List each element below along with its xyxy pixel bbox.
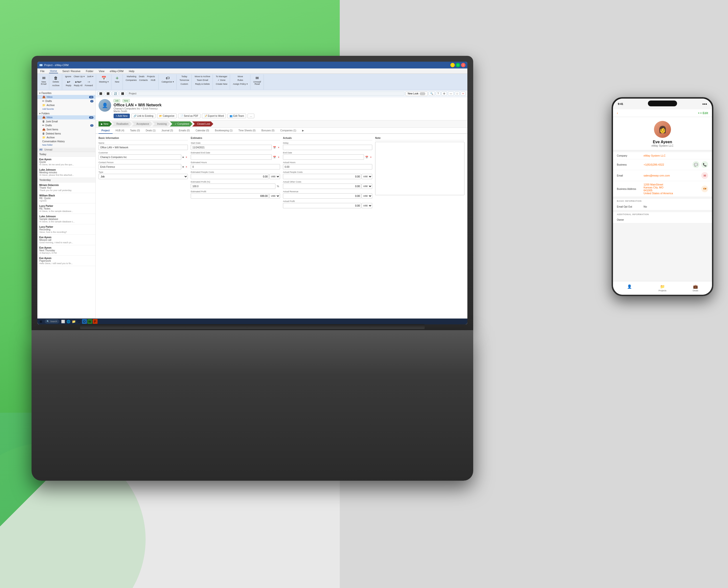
email-action-icon[interactable]: ✉: [701, 172, 708, 179]
sidebar-item-deleted[interactable]: 🗑 Deleted Items: [37, 131, 95, 135]
crm-refresh[interactable]: 🔄: [112, 91, 119, 96]
categorize-btn[interactable]: 📂 Categorize: [157, 113, 177, 118]
sidebar-item-inbox[interactable]: 📥 Inbox 18: [37, 115, 95, 120]
pipeline-stage-realisation[interactable]: Realisation: [112, 121, 132, 126]
start-button[interactable]: ⊞: [38, 319, 43, 324]
toggle-switch[interactable]: [420, 92, 425, 95]
customer-clear-btn[interactable]: ×: [185, 156, 188, 159]
ribbon-btn-ignore[interactable]: Ignore: [64, 75, 72, 79]
pipeline-stage-invoicing[interactable]: Invoicing: [152, 121, 170, 126]
taskbar-multiview[interactable]: ⬜: [61, 319, 66, 324]
ribbon-btn-junk[interactable]: Junk ▾: [86, 75, 95, 79]
tab-hub[interactable]: HUB (4): [113, 128, 127, 134]
ribbon-btn-done[interactable]: ✓ Done: [217, 79, 227, 82]
sidebar-item-drafts-fav[interactable]: ✏ Drafts 3: [37, 99, 95, 103]
tab-deals[interactable]: Deals (1): [143, 128, 159, 134]
crm-nav-back[interactable]: ⬛: [98, 91, 104, 96]
ribbon-btn-reply-all[interactable]: ↩↩ Reply All: [73, 79, 84, 87]
ribbon-btn-new-eway[interactable]: + New: [113, 75, 121, 84]
list-item[interactable]: Eve Ayeen Next Thursday At Barney's, 8 P…: [37, 245, 95, 256]
minimize-button[interactable]: −: [450, 63, 455, 67]
ribbon-btn-assign-policy[interactable]: Assign Policy ▾: [232, 83, 249, 86]
crm-close[interactable]: ×: [461, 91, 466, 96]
taskbar-browser[interactable]: 🌐: [66, 319, 71, 324]
unread-tab[interactable]: Unread: [44, 148, 52, 151]
actual-people-costs-input[interactable]: [283, 174, 361, 179]
end-date-input[interactable]: [283, 154, 364, 160]
ribbon-btn-reply-delete[interactable]: Reply & Delete: [194, 83, 211, 86]
crm-search-icon[interactable]: 🔍: [429, 91, 435, 96]
close-button[interactable]: ×: [461, 63, 466, 67]
pipeline-stage-closed-lost[interactable]: Closed Lost: [192, 121, 213, 126]
taskbar-explorer[interactable]: 📁: [71, 319, 76, 324]
menu-home[interactable]: Home: [49, 69, 58, 73]
ribbon-btn-tomorrow[interactable]: Tomorrow: [178, 79, 190, 82]
map-icon[interactable]: 🗺: [701, 186, 708, 192]
sidebar-item-archive-fav[interactable]: 📁 Archive: [37, 103, 95, 107]
end-date-clear-btn[interactable]: ×: [369, 156, 372, 159]
ribbon-btn-forward[interactable]: → Forward: [84, 79, 94, 87]
export-word-btn[interactable]: 📝 Export to Word: [202, 113, 226, 118]
crm-help-btn[interactable]: ?: [436, 91, 441, 96]
ribbon-btn-rules[interactable]: Rules: [236, 79, 244, 82]
tab-more[interactable]: ▶: [299, 128, 307, 134]
actual-revenue-input[interactable]: [283, 193, 361, 198]
phone-bottom-tab-projects[interactable]: 📁 Projects: [646, 283, 679, 293]
add-new-btn[interactable]: + Add New: [113, 113, 130, 118]
ribbon-btn-to-manager[interactable]: To Manager: [215, 75, 228, 79]
menu-folder[interactable]: Folder: [85, 69, 94, 73]
list-item[interactable]: Luke Johnson Meeting minutes Hi Steve, p…: [37, 167, 95, 178]
all-tab[interactable]: All: [39, 148, 42, 151]
est-end-clear-btn[interactable]: ×: [277, 156, 280, 159]
type-select[interactable]: Job Service Product: [99, 174, 188, 179]
ribbon-btn-move-archive[interactable]: Move to Archive: [194, 75, 211, 79]
ribbon-btn-delete[interactable]: 🗑 Delete: [52, 75, 60, 84]
ribbon-btn-cleanup[interactable]: Clean Up ▾: [73, 75, 86, 79]
list-item[interactable]: Lucy Parker RE: Notes Hi Steve, is the s…: [37, 204, 95, 214]
list-item[interactable]: Lucy Parker Recording Steve, how is the …: [37, 224, 95, 235]
est-hours-input[interactable]: [191, 164, 280, 169]
customer-dropdown-btn[interactable]: ▾: [182, 156, 185, 159]
more-actions-btn[interactable]: …: [248, 113, 254, 118]
sidebar-item-drafts[interactable]: ✏ Drafts 3: [37, 123, 95, 127]
ribbon-btn-archive[interactable]: Archive: [51, 84, 60, 87]
list-item[interactable]: Luke Johnson Sample database Hi Steve, i…: [37, 214, 95, 224]
delay-input[interactable]: [283, 145, 372, 150]
link-existing-btn[interactable]: 🔗 Link to Existing: [131, 113, 155, 118]
end-date-calendar-icon[interactable]: 📅: [364, 156, 369, 159]
ribbon-btn-projects[interactable]: Projects: [146, 75, 156, 79]
menu-view[interactable]: View: [98, 69, 106, 73]
ribbon-btn-new-email[interactable]: ✉ NewEmail: [40, 75, 47, 86]
crm-nav-icon4[interactable]: ⬛: [120, 91, 126, 96]
ribbon-btn-custom[interactable]: Custom: [179, 83, 189, 86]
tab-bookkeeping[interactable]: Bookkeeping (1): [212, 128, 236, 134]
sidebar-item-conv-history[interactable]: Conversation History: [37, 140, 95, 143]
list-item[interactable]: Eve Ayeen Paperwork Hello Steve, I still…: [37, 256, 95, 266]
new-folder-link[interactable]: New folder: [37, 143, 95, 147]
edit-team-btn[interactable]: 👥 Edit Team: [228, 113, 246, 118]
maximize-button[interactable]: □: [456, 63, 460, 67]
ribbon-btn-reply[interactable]: ↩ Reply: [65, 79, 72, 87]
tab-journal[interactable]: Journal (3): [158, 128, 176, 134]
phone-back-button[interactable]: ‹: [617, 111, 618, 115]
note-textarea[interactable]: [375, 142, 465, 195]
ribbon-btn-move[interactable]: Move: [236, 75, 244, 79]
actual-hours-input[interactable]: [283, 164, 372, 169]
list-item[interactable]: Miriam Delacroix Thank You! Thank you fo…: [37, 183, 95, 193]
est-people-costs-input[interactable]: [191, 174, 269, 179]
tab-project[interactable]: Project: [99, 128, 113, 134]
ribbon-btn-deals[interactable]: Deals: [138, 75, 146, 79]
est-people-costs-currency[interactable]: USD EUR: [270, 174, 280, 179]
ribbon-btn-unread[interactable]: ✉ Unread/Read: [252, 75, 262, 86]
ribbon-btn-today[interactable]: Today: [180, 75, 188, 79]
tab-calendar[interactable]: Calendar (0): [193, 128, 212, 134]
actual-other-costs-currency[interactable]: USD: [362, 184, 372, 189]
taskbar-shield[interactable]: 🛡: [77, 319, 82, 324]
actual-other-costs-input[interactable]: [283, 184, 361, 189]
phone-bottom-tab-contacts[interactable]: 👤: [613, 283, 646, 293]
actual-profit-input[interactable]: [283, 203, 361, 208]
actual-revenue-currency[interactable]: USD: [362, 193, 372, 198]
call-icon[interactable]: 📞: [701, 161, 708, 168]
taskbar-powerpoint[interactable]: P: [93, 319, 98, 324]
tab-tasks[interactable]: Tasks (0): [127, 128, 143, 134]
